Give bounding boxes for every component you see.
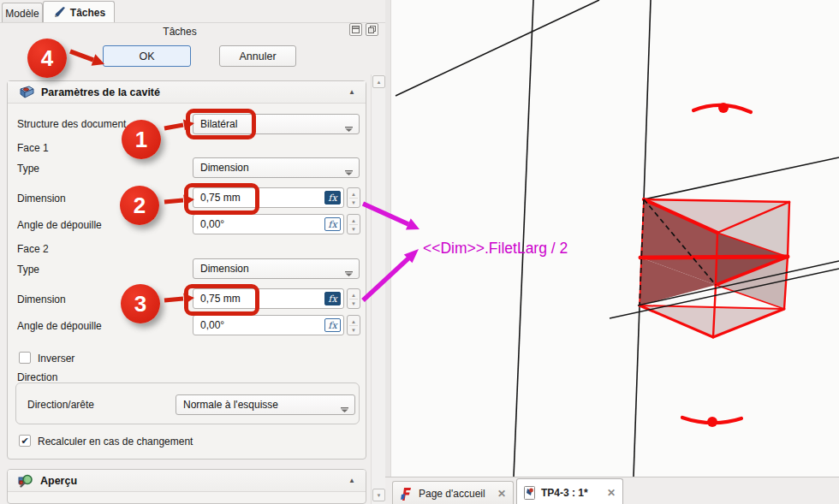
face2-label: Face 2: [17, 243, 49, 255]
tab-taches[interactable]: Tâches: [43, 1, 115, 23]
close-icon[interactable]: ✕: [497, 488, 506, 500]
step-number: 3: [134, 291, 146, 317]
direction-edge-dropdown[interactable]: Normale à l'esquisse: [176, 394, 355, 415]
spinner-down-icon[interactable]: ▼: [348, 325, 360, 335]
recalc-checkbox[interactable]: ✔: [19, 435, 31, 447]
angle2-stepper[interactable]: ▲ ▼: [347, 315, 360, 335]
ok-button-label: OK: [139, 50, 154, 62]
direction-edge-label: Direction/arête: [27, 399, 94, 411]
inverser-checkbox[interactable]: [19, 352, 31, 364]
spline-handle-bottom[interactable]: [682, 417, 741, 427]
inverser-label: Inverser: [38, 353, 74, 365]
step-number: 4: [41, 45, 53, 72]
cavity-feature-icon: [18, 86, 34, 98]
home-page-icon: [400, 487, 413, 501]
collapse-arrow-icon[interactable]: ▲: [348, 477, 355, 484]
highlight-box-dimension1: [184, 183, 259, 215]
angle1-input[interactable]: 0,00° fx: [193, 214, 344, 234]
fx-equation-button[interactable]: fx: [324, 217, 341, 231]
chevron-down-icon: [345, 267, 353, 279]
ok-button[interactable]: OK: [103, 45, 191, 67]
cavity-preview-solid: [640, 199, 789, 337]
spinner-down-icon[interactable]: ▼: [348, 224, 360, 234]
pencil-icon: [52, 7, 66, 19]
cancel-button-label: Annuler: [239, 50, 276, 62]
highlight-box-dimension2: [184, 284, 259, 316]
step-badge-2: 2: [120, 186, 159, 225]
spinner-down-icon[interactable]: ▼: [348, 299, 360, 308]
direction-edge-value: Normale à l'esquisse: [183, 399, 278, 411]
tab-strip-divider: [0, 22, 390, 23]
highlight-box-structure: [186, 109, 256, 139]
fx-equation-button[interactable]: fx: [324, 292, 341, 305]
type1-dropdown[interactable]: Dimension: [193, 157, 360, 178]
step-number: 2: [134, 193, 146, 219]
preview-section-title: Aperçu: [40, 475, 77, 487]
doc-tab-home[interactable]: Page d'accueil ✕: [392, 481, 514, 504]
doc-tab-tp4[interactable]: TP4-3 : 1* ✕: [516, 478, 623, 504]
cavity-section-title: Paramètres de la cavité: [41, 86, 160, 98]
scroll-up-button[interactable]: ▲: [372, 75, 385, 88]
dimension2-label: Dimension: [17, 294, 66, 305]
dimension2-stepper[interactable]: ▲ ▼: [347, 288, 360, 309]
document-tabbar: Page d'accueil ✕ TP4-3 : 1* ✕: [385, 477, 839, 504]
spline-handle-top[interactable]: [693, 103, 751, 113]
cancel-button[interactable]: Annuler: [219, 45, 296, 67]
check-icon: ✔: [21, 436, 28, 447]
angle1-label: Angle de dépouille: [17, 219, 102, 231]
dock-panel-button[interactable]: [349, 23, 362, 36]
step-badge-3: 3: [121, 284, 160, 323]
angle1-value: 0,00°: [200, 218, 224, 230]
chevron-down-icon: [345, 166, 353, 178]
dimension1-label: Dimension: [17, 193, 66, 205]
preview-section: Aperçu ▲: [7, 469, 366, 504]
step-badge-4: 4: [27, 39, 67, 78]
cavity-section-header[interactable]: Paramètres de la cavité ▲: [8, 81, 366, 104]
fx-equation-button[interactable]: fx: [324, 191, 341, 205]
angle2-label: Angle de dépouille: [17, 320, 102, 332]
scroll-down-button[interactable]: ▼: [372, 489, 385, 501]
spinner-down-icon[interactable]: ▼: [348, 198, 360, 207]
tab-modele[interactable]: Modèle: [2, 3, 43, 23]
face1-label: Face 1: [17, 142, 49, 154]
step-number: 1: [135, 127, 147, 153]
angle2-value: 0,00°: [200, 319, 224, 331]
dimension1-stepper[interactable]: ▲ ▼: [347, 187, 360, 208]
preview-section-header[interactable]: Aperçu ▲: [8, 470, 366, 492]
3d-scene-canvas[interactable]: [390, 0, 839, 477]
document-icon: [524, 486, 535, 500]
tasks-panel: Modèle Tâches Tâches OK Annuler: [0, 0, 390, 504]
type2-label: Type: [17, 264, 39, 276]
preview-magnifier-icon: [18, 474, 33, 488]
panel-scrollbar[interactable]: ▲ ▼: [371, 74, 386, 504]
tab-modele-label: Modèle: [5, 8, 39, 20]
type2-value: Dimension: [200, 263, 249, 275]
tab-taches-label: Tâches: [70, 7, 105, 19]
type1-value: Dimension: [200, 162, 249, 174]
fx-equation-button[interactable]: fx: [324, 318, 341, 332]
arrow-down-icon: ▼: [377, 493, 382, 498]
angle1-stepper[interactable]: ▲ ▼: [347, 214, 360, 234]
panel-title: Tâches: [0, 26, 360, 38]
arrow-up-icon: ▲: [377, 80, 382, 85]
direction-label: Direction: [17, 371, 57, 383]
type2-dropdown[interactable]: Dimension: [193, 258, 360, 279]
chevron-down-icon: [341, 403, 348, 415]
chevron-down-icon: [345, 122, 353, 134]
doc-tab-tp4-label: TP4-3 : 1*: [541, 487, 588, 499]
recalc-label: Recalculer en cas de changement: [38, 436, 193, 448]
doc-tab-home-label: Page d'accueil: [419, 488, 485, 500]
application-window: Modèle Tâches Tâches OK Annuler: [0, 0, 839, 504]
structure-label: Structure des document: [17, 118, 126, 130]
step-badge-1: 1: [122, 120, 161, 159]
float-panel-button[interactable]: [366, 23, 378, 36]
close-icon[interactable]: ✕: [607, 487, 616, 499]
collapse-arrow-icon[interactable]: ▲: [348, 88, 355, 96]
angle2-input[interactable]: 0,00° fx: [193, 315, 344, 335]
model-viewport[interactable]: Page d'accueil ✕ TP4-3 : 1* ✕: [385, 0, 839, 504]
type1-label: Type: [17, 163, 39, 175]
